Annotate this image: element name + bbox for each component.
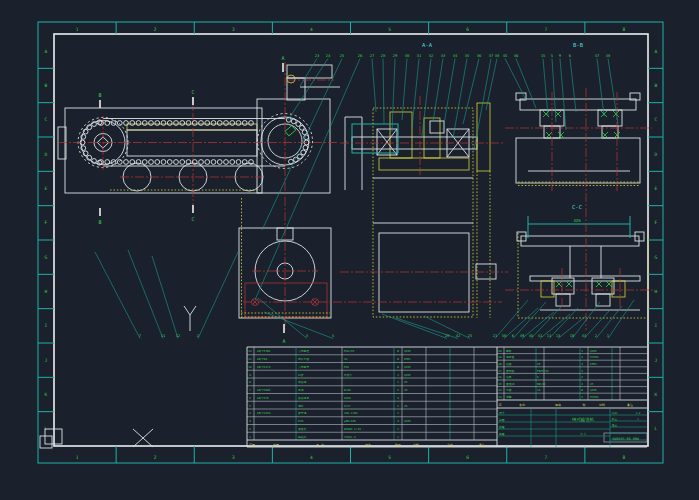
- bom-cell: 端盖: [506, 395, 512, 399]
- leader-line: [198, 252, 238, 339]
- leader-line: [412, 59, 419, 129]
- border-col-label-bottom: 1: [76, 455, 79, 460]
- bom-cell: Q235: [404, 365, 411, 369]
- bom-cell: GB/T5782: [257, 349, 271, 353]
- cut-label-b-top: B: [98, 92, 101, 98]
- leader-line: [608, 300, 634, 339]
- bom-cell: 1: [397, 427, 399, 431]
- bom-cell: 4: [581, 355, 583, 359]
- title-block-number: SW0803-00-00W: [612, 437, 639, 441]
- title-block-label: 审核: [499, 432, 505, 436]
- bom-cell: 8: [249, 380, 251, 384]
- title-block-value: 1:2: [636, 412, 641, 415]
- bom-cell: GB/T6170: [257, 365, 271, 369]
- bom-header-cell: 名称: [519, 403, 525, 407]
- callout-number: 50: [502, 333, 507, 338]
- bom-cell: 滚子链: [298, 411, 307, 415]
- bom-cell: 65Mn: [404, 357, 411, 361]
- bom-cell: 挡圈: [506, 362, 512, 366]
- bom-cell: 12: [248, 349, 252, 353]
- callout-number: 3: [306, 333, 308, 338]
- bom-cell: 圆锥销: [506, 382, 515, 386]
- bom-cell: GB/T93: [257, 357, 267, 361]
- bom-header-cell: 规格: [365, 443, 371, 447]
- bom-cell: 传动轴: [298, 380, 307, 384]
- leader-line: [516, 59, 536, 109]
- bom-cell: 10: [344, 357, 348, 361]
- border-col-label-top: 4: [310, 27, 313, 32]
- bom-cell: 16: [498, 375, 502, 379]
- border-row-label-left: A: [45, 49, 48, 54]
- bom-cell: 2: [397, 404, 399, 408]
- bom-cell: 焊接件: [344, 373, 353, 377]
- cad-drawing-canvas: 1122334455667788AABBCCDDEEFFGGHHIIJJKKLL: [0, 0, 699, 500]
- bom-cell: 6206: [344, 396, 351, 400]
- border-col-label-bottom: 6: [466, 455, 469, 460]
- label-section-bb: B-B: [573, 42, 584, 48]
- callout-number: 48: [606, 53, 611, 58]
- bom-cell: 2: [249, 427, 251, 431]
- bom-cell: 2: [397, 388, 399, 392]
- leader-line: [552, 59, 556, 123]
- label-section-cc: C-C: [572, 204, 582, 210]
- bom-cell: 滚动轴承: [298, 396, 309, 400]
- bom-cell: 减速器: [298, 427, 307, 431]
- callout-number: 28: [381, 53, 386, 58]
- leader-line: [505, 59, 526, 101]
- callout-number: 30: [405, 53, 410, 58]
- bom-cell: 45: [404, 380, 408, 384]
- bom-cell: HT200: [590, 355, 599, 359]
- callout-number: 24: [326, 53, 331, 58]
- callout-number: 13: [556, 333, 561, 338]
- bom-cell: 45: [537, 362, 541, 366]
- bom-cell: 1: [397, 435, 399, 439]
- bom-cell: 8: [397, 365, 399, 369]
- callout-number: 46: [514, 53, 519, 58]
- border-col-label-top: 1: [76, 27, 79, 32]
- border-row-label-right: A: [655, 49, 658, 54]
- leader-line: [453, 59, 467, 139]
- leader-line: [300, 59, 317, 87]
- weld-mark: ◂: [351, 146, 353, 150]
- title-block-label: 设计: [499, 411, 505, 415]
- bom-header-cell: 单件: [447, 443, 453, 447]
- border-col-label-bottom: 5: [388, 455, 391, 460]
- bom-header-cell: 数: [583, 403, 586, 407]
- border-row-label-right: D: [655, 152, 658, 157]
- border-row-label-left: H: [45, 289, 48, 294]
- callout-number: 5: [551, 53, 553, 58]
- border-col-label-bottom: 4: [310, 455, 313, 460]
- bom-header-cell: 材料: [598, 403, 605, 407]
- bom-header-cell: 数量: [395, 443, 401, 447]
- bom-cell: Y100L-4: [344, 435, 356, 439]
- callout-number: 44: [582, 333, 587, 338]
- callout-number: 10: [570, 333, 575, 338]
- border-col-label-top: 2: [154, 27, 157, 32]
- callout-number: 15: [541, 53, 546, 58]
- cad-drawing-viewport[interactable]: 1122334455667788AABBCCDDEEFFGGHHIIJJKKLL: [0, 0, 699, 500]
- bom-header-cell: 序: [499, 403, 502, 407]
- border-row-label-right: J: [655, 358, 658, 363]
- border-col-label-top: 8: [623, 27, 626, 32]
- bom-cell: Q235: [404, 349, 411, 353]
- title-block: 链式输送机 1:1 SW0803-00-00W 设计制图校核审核比例数量重量1:…: [497, 408, 647, 447]
- callout-number: 23: [315, 53, 320, 58]
- bom-cell: 17: [498, 369, 502, 373]
- callout-number: 27: [370, 53, 375, 58]
- callout-number: 36: [477, 53, 482, 58]
- cut-label-a-bottom: A: [282, 338, 285, 344]
- border-row-label-left: F: [45, 220, 48, 225]
- border-col-label-bottom: 7: [544, 455, 547, 460]
- bom-cell: 4: [249, 411, 251, 415]
- bom-cell: 4: [397, 396, 399, 400]
- title-block-value: 1: [637, 418, 639, 421]
- border-col-label-bottom: 3: [232, 455, 235, 460]
- leader-line: [152, 256, 178, 339]
- border-row-label-left: E: [45, 186, 48, 191]
- title-block-label: 比例: [612, 411, 618, 415]
- bom-cell: 15: [498, 382, 502, 386]
- label-section-aa: A-A: [422, 42, 433, 48]
- bom-cell: 六角螺母: [298, 365, 309, 369]
- leader-line: [443, 59, 455, 131]
- border-col-label-top: 6: [466, 27, 469, 32]
